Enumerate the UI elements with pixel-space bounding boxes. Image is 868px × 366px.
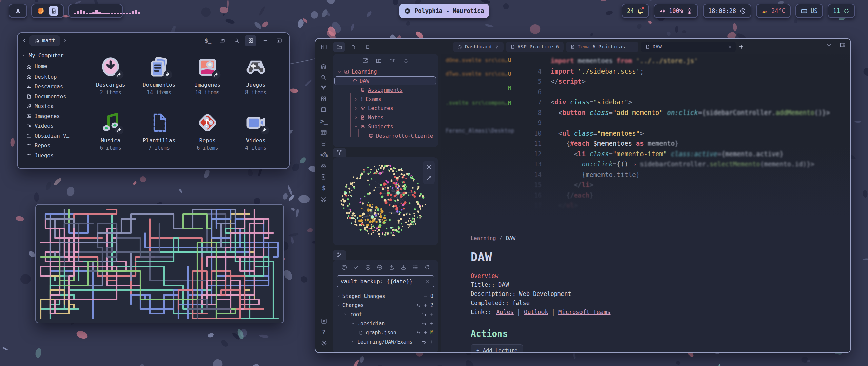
link-aules[interactable]: Aules (496, 309, 514, 316)
new-note-icon[interactable] (362, 58, 368, 64)
git-row-graph-json[interactable]: graph.jsonM (333, 328, 438, 337)
grid-item-plantillas[interactable]: Plantillas7 items (135, 109, 183, 164)
chevron-right-icon[interactable] (354, 88, 358, 92)
swords-icon[interactable] (320, 196, 327, 203)
git-row-staged-changes[interactable]: Staged Changes0 (333, 291, 438, 301)
chevron-down-icon[interactable] (338, 70, 342, 74)
tab-files[interactable] (333, 42, 345, 52)
templater-icon[interactable]: <% (320, 151, 328, 158)
compact-view-button[interactable] (273, 35, 285, 46)
git-row-learning-daw-exams[interactable]: Learning/DAW/Exams (333, 337, 438, 346)
module-notifications[interactable]: 24 (622, 4, 649, 18)
discard-icon[interactable] (416, 330, 421, 335)
graph-pane-tab[interactable] (333, 148, 346, 157)
gear-icon[interactable] (321, 340, 327, 346)
stage-icon[interactable] (429, 340, 434, 344)
chevron-down-icon[interactable] (344, 312, 348, 316)
new-tab-icon[interactable] (738, 44, 744, 50)
discard-icon[interactable] (422, 312, 427, 317)
active-window-icon[interactable] (49, 6, 58, 16)
module-volume[interactable]: 100% (654, 4, 698, 18)
toggle-left-sidebar-icon[interactable] (321, 44, 327, 50)
sidebar-item-obsidian-v[interactable]: Obsidian V… (22, 131, 81, 141)
discard-icon[interactable] (416, 303, 421, 308)
module-weather[interactable]: 24°C (756, 4, 791, 18)
grid-item-imagenes[interactable]: Imagenes10 items (183, 53, 232, 109)
chevron-down-icon[interactable] (354, 125, 358, 129)
terminal-icon[interactable]: >_ (320, 117, 328, 125)
note-breadcrumb[interactable]: Learning / DAW (471, 235, 612, 241)
discard-icon[interactable] (422, 340, 427, 344)
dollar-icon[interactable]: $ (322, 184, 326, 192)
sidebar-item-videos[interactable]: Videos (22, 121, 81, 131)
editor-content[interactable]: dOne.sveltesrc\co…UdTwo.sveltesrc\co…UM.… (441, 54, 851, 353)
collapse-all-icon[interactable] (403, 58, 409, 64)
media-player-pill[interactable]: Polyphia - Neurotica (399, 4, 489, 18)
module-updates[interactable]: 11 (828, 4, 855, 18)
grid-item-documentos[interactable]: Documentos14 items (135, 53, 183, 109)
chevron-down-icon[interactable] (346, 79, 350, 83)
tree-item-lectures[interactable]: Lectures (333, 104, 438, 113)
graph-view-pane[interactable] (333, 157, 438, 245)
breadcrumb[interactable]: matt (29, 35, 60, 46)
commit-and-push-icon[interactable] (341, 264, 347, 270)
tab-search[interactable] (347, 42, 359, 52)
sidebar-root[interactable]: My Computer (22, 53, 81, 59)
list-view-button[interactable] (259, 35, 271, 46)
workspace-pill[interactable] (31, 4, 64, 18)
file-search-icon[interactable] (320, 174, 327, 180)
discard-icon[interactable] (422, 321, 427, 326)
tab-tema-6-pr-cticas[interactable]: Tema 6 Prácticas -… (566, 42, 638, 52)
search-icon[interactable] (320, 74, 327, 80)
pull-icon[interactable] (400, 264, 407, 270)
firefox-icon[interactable] (37, 7, 45, 15)
git-pane-tab[interactable] (333, 250, 346, 260)
graph-settings-gear-icon[interactable] (426, 164, 432, 170)
sort-order-icon[interactable] (389, 58, 395, 64)
pipes-terminal-window[interactable] (35, 204, 284, 323)
stage-icon[interactable] (429, 321, 434, 326)
sidebar-item-imagenes[interactable]: Imagenes (22, 111, 81, 121)
commit-check-icon[interactable] (353, 264, 359, 270)
chevron-right-icon[interactable] (354, 97, 358, 101)
sidebar-item-musica[interactable]: Musica (22, 101, 81, 111)
chevron-down-icon[interactable] (336, 294, 340, 298)
sidebar-item-desktop[interactable]: Desktop (22, 72, 81, 82)
search-button[interactable] (231, 35, 242, 46)
new-folder-button[interactable] (216, 35, 228, 46)
grid-item-juegos[interactable]: Juegos8 items (232, 53, 280, 109)
chevron-right-icon[interactable] (354, 106, 358, 110)
tab-bookmarks[interactable] (361, 42, 374, 52)
tree-item-exams[interactable]: !Exams (333, 95, 438, 104)
tab-list-chevron-down-icon[interactable] (826, 42, 832, 48)
tree-item-subjects[interactable]: Subjects (333, 122, 438, 131)
breadcrumb-parent[interactable]: Learning (471, 235, 496, 241)
tab-dashboard[interactable]: Dashboard (453, 42, 504, 52)
tree-item-learning[interactable]: Learning (333, 67, 438, 76)
grid-item-videos[interactable]: Videos4 items (232, 109, 280, 164)
stage-icon[interactable] (429, 312, 434, 317)
chevron-down-icon[interactable] (336, 303, 340, 307)
breadcrumb-current[interactable]: DAW (506, 235, 515, 241)
app-launcher-button[interactable] (9, 4, 27, 18)
link-outlook[interactable]: Outlook (524, 309, 548, 316)
sidebar-item-juegos[interactable]: Juegos (22, 150, 81, 160)
git-row-root[interactable]: root (333, 310, 438, 319)
chevron-right-icon[interactable] (354, 116, 358, 120)
stage-icon[interactable] (423, 303, 428, 308)
table-icon[interactable] (320, 129, 327, 136)
refresh-icon[interactable] (424, 264, 430, 270)
unstage-all-icon[interactable] (377, 264, 383, 270)
stage-icon[interactable] (423, 330, 428, 335)
tree-item-assignments[interactable]: Assignments (333, 85, 438, 95)
calendar-icon[interactable] (320, 106, 327, 113)
button-add-lecture[interactable]: + Add Lecture (471, 344, 523, 353)
grid-item-repos[interactable]: Repos6 items (183, 109, 232, 164)
graph-timelapse-wand-icon[interactable] (426, 175, 432, 181)
home-icon[interactable] (320, 63, 327, 69)
grid-item-musica[interactable]: Musica6 items (86, 109, 135, 164)
tree-item-notes[interactable]: Notes (333, 113, 438, 122)
grid-item-descargas[interactable]: Descargas2 items (86, 53, 135, 109)
sidebar-item-documentos[interactable]: Documentos (22, 92, 81, 101)
new-folder-icon[interactable] (376, 58, 382, 64)
